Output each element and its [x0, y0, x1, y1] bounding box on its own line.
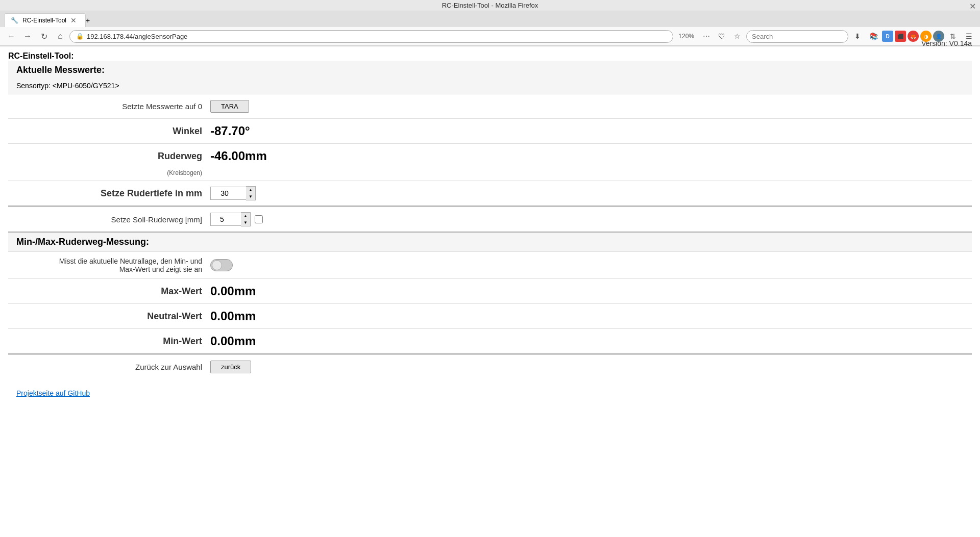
soll-ruderweg-input-wrapper: ▲ ▼ — [210, 212, 251, 226]
winkel-label: Winkel — [16, 126, 210, 137]
page-header: RC-Einstell-Tool: Version: V0.14a — [8, 52, 972, 61]
rudertiefe-label: Setze Rudertiefe in mm — [16, 188, 210, 199]
address-bar[interactable]: 🔒 192.168.178.44/angleSensorPage — [69, 30, 673, 43]
rudertiefe-input[interactable] — [210, 187, 246, 200]
back-nav-button[interactable]: ← — [4, 29, 18, 43]
min-max-toggle-row: Misst die akutuelle Neutrallage, den Min… — [8, 251, 972, 278]
rudertiefe-input-wrapper: ▲ ▼ — [210, 186, 256, 200]
tab-bar: 🔧 RC-Einstell-Tool ✕ + — [0, 11, 980, 27]
neutral-wert-row: Neutral-Wert 0.00mm — [8, 303, 972, 328]
max-wert-label: Max-Wert — [16, 286, 210, 297]
back-row: Zurück zur Auswahl zurück — [8, 354, 972, 379]
soll-ruderweg-spinner: ▲ ▼ — [241, 212, 251, 226]
extension-icon-2: ⬛ — [895, 31, 906, 42]
toggle-thumb — [212, 260, 222, 270]
extension-icon-3: 🦊 — [908, 31, 919, 42]
url-text: 192.168.178.44/angleSensorPage — [87, 33, 667, 40]
winkel-row: Winkel -87.70° — [8, 118, 972, 143]
page-content: RC-Einstell-Tool: Version: V0.14a Aktuel… — [0, 46, 980, 402]
tara-row: Setzte Messwerte auf 0 TARA — [8, 94, 972, 118]
extension-icon-4: ◑ — [920, 31, 932, 42]
extension-icon-5: 👤 — [933, 31, 944, 42]
window-close-button[interactable]: ✕ — [969, 2, 976, 11]
bookmark-button[interactable]: ☆ — [730, 29, 744, 43]
lock-icon: 🔒 — [76, 33, 84, 40]
tara-label: Setzte Messwerte auf 0 — [16, 102, 210, 111]
soll-ruderweg-input[interactable] — [210, 213, 241, 226]
tab-close-button[interactable]: ✕ — [70, 16, 77, 24]
min-wert-value: 0.00mm — [210, 334, 256, 348]
rudertiefe-spinner: ▲ ▼ — [246, 186, 256, 200]
more-options-button[interactable]: ⋯ — [699, 29, 714, 43]
kreisbogen-label: (Kreisbogen) — [16, 169, 210, 176]
address-bar-row: ← → ↻ ⌂ 🔒 192.168.178.44/angleSensorPage… — [0, 27, 980, 46]
browser-extension-icons: ⬇ 📚 D ⬛ 🦊 ◑ 👤 ⇅ ☰ — [850, 29, 976, 43]
min-wert-row: Min-Wert 0.00mm — [8, 328, 972, 353]
ruderweg-row: Ruderweg -46.00mm — [8, 143, 972, 168]
bookmarks-button[interactable]: 📚 — [866, 29, 880, 43]
new-tab-button[interactable]: + — [86, 16, 90, 24]
kreisbogen-row: (Kreisbogen) — [8, 168, 972, 181]
home-button[interactable]: ⌂ — [53, 29, 67, 43]
winkel-value: -87.70° — [210, 124, 250, 138]
neutral-wert-value: 0.00mm — [210, 309, 256, 323]
forward-nav-button[interactable]: → — [20, 29, 35, 43]
ruderweg-label: Ruderweg — [16, 151, 202, 162]
rudertiefe-row: Setze Rudertiefe in mm ▲ ▼ — [8, 181, 972, 206]
tab-favicon: 🔧 — [11, 17, 18, 24]
toolbar-icons: ⋯ 🛡 ☆ — [699, 29, 744, 43]
min-max-toggle-container — [210, 259, 233, 271]
sensor-type-label: Sensortyp: <MPU-6050/GY521> — [8, 80, 972, 94]
neutral-wert-label: Neutral-Wert — [16, 311, 210, 322]
zoom-indicator: 120% — [675, 33, 697, 40]
github-link[interactable]: Projektseite auf GitHub — [8, 389, 972, 397]
ruderweg-value: -46.00mm — [210, 149, 267, 163]
max-wert-row: Max-Wert 0.00mm — [8, 278, 972, 303]
soll-ruderweg-row: Setze Soll-Ruderweg [mm] ▲ ▼ — [8, 207, 972, 232]
tara-button[interactable]: TARA — [210, 100, 249, 113]
browser-chrome: RC-Einstell-Tool - Mozilla Firefox ✕ 🔧 R… — [0, 0, 980, 46]
menu-button[interactable]: ☰ — [962, 29, 976, 43]
messwerte-heading: Aktuelle Messwerte: — [8, 61, 972, 80]
back-button[interactable]: zurück — [210, 361, 251, 373]
extension-icon-1: D — [882, 31, 893, 42]
search-input[interactable] — [746, 30, 848, 43]
min-wert-label: Min-Wert — [16, 336, 210, 347]
back-label: Zurück zur Auswahl — [16, 363, 210, 371]
sync-button[interactable]: ⇅ — [946, 29, 960, 43]
rudertiefe-decrement[interactable]: ▼ — [246, 193, 255, 200]
min-max-section: Min-/Max-Ruderweg-Messung: Misst die aku… — [8, 233, 972, 353]
app-title: RC-Einstell-Tool: — [8, 52, 74, 60]
download-button[interactable]: ⬇ — [850, 29, 865, 43]
tab-label: RC-Einstell-Tool — [22, 17, 66, 24]
reload-button[interactable]: ↻ — [37, 29, 51, 43]
shield-button[interactable]: 🛡 — [715, 29, 729, 43]
active-tab[interactable]: 🔧 RC-Einstell-Tool ✕ — [4, 13, 86, 27]
window-title: RC-Einstell-Tool - Mozilla Firefox — [442, 2, 538, 9]
rudertiefe-increment[interactable]: ▲ — [246, 187, 255, 193]
soll-ruderweg-checkbox[interactable] — [255, 215, 263, 223]
soll-ruderweg-label: Setze Soll-Ruderweg [mm] — [16, 215, 210, 224]
soll-ruderweg-decrement[interactable]: ▼ — [241, 219, 250, 226]
min-max-toggle[interactable] — [210, 259, 233, 271]
min-max-description: Misst die akutuelle Neutrallage, den Min… — [16, 257, 210, 273]
soll-ruderweg-increment[interactable]: ▲ — [241, 213, 250, 219]
title-bar: RC-Einstell-Tool - Mozilla Firefox ✕ — [0, 0, 980, 11]
min-max-heading: Min-/Max-Ruderweg-Messung: — [8, 233, 972, 251]
max-wert-value: 0.00mm — [210, 284, 256, 298]
messwerte-section: Aktuelle Messwerte: Sensortyp: <MPU-6050… — [8, 61, 972, 206]
